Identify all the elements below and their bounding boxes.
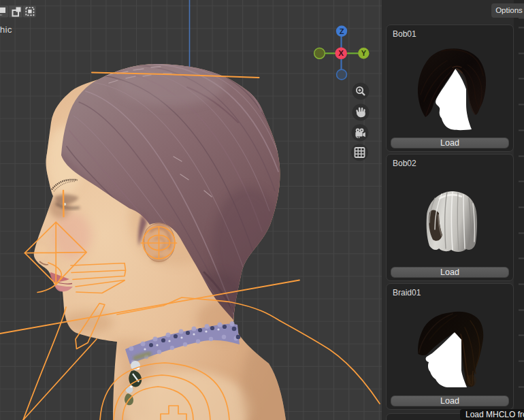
svg-text:Y: Y [361, 49, 367, 57]
svg-text:X: X [338, 49, 344, 57]
svg-text:Z: Z [340, 27, 344, 35]
